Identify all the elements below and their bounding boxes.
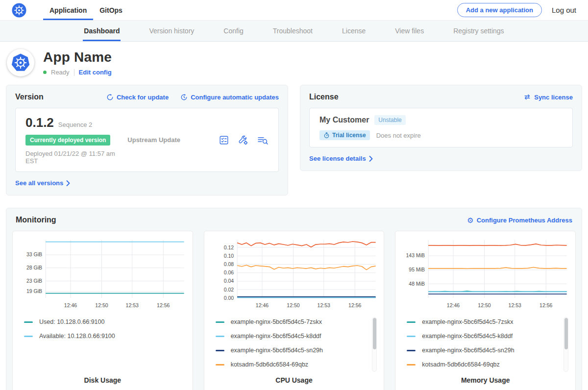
deployed-timestamp: Deployed 01/21/22 @ 11:57 am EST: [25, 150, 127, 165]
scrollbar-thumb[interactable]: [564, 318, 568, 349]
svg-text:12:46: 12:46: [256, 302, 269, 308]
legend-item: example-nginx-5bc6f5d4c5-k8ddf: [407, 333, 556, 340]
tab-version-history[interactable]: Version history: [148, 21, 195, 41]
kubernetes-logo-icon[interactable]: [12, 0, 26, 20]
scrollbar-thumb[interactable]: [373, 318, 376, 349]
disk-usage-legend: Used: 10.128.0.66:9100Available: 10.128.…: [18, 317, 187, 373]
see-license-details-link[interactable]: See license details: [309, 155, 373, 162]
gear-icon: ⚙: [467, 217, 473, 224]
svg-text:0.02: 0.02: [223, 287, 234, 292]
chevron-right-icon: [66, 180, 70, 186]
svg-text:12:50: 12:50: [287, 302, 299, 308]
legend-swatch: [24, 336, 33, 337]
svg-text:0.08: 0.08: [223, 261, 234, 267]
svg-text:12:46: 12:46: [447, 302, 460, 308]
edit-config-link[interactable]: Edit config: [79, 69, 112, 76]
cpu-usage-legend: example-nginx-5bc6f5d4c5-7zskxexample-ng…: [210, 317, 379, 373]
see-all-versions-link[interactable]: See all versions: [15, 179, 70, 187]
legend-swatch: [407, 350, 416, 351]
status-label: Ready: [51, 69, 70, 76]
sync-license-link[interactable]: Sync license: [523, 94, 573, 101]
legend-swatch: [407, 336, 416, 337]
svg-text:0.06: 0.06: [223, 269, 234, 275]
cpu-usage-chart: 12:4612:5012:5312:560.120.100.080.060.04…: [210, 236, 379, 311]
svg-text:0.12: 0.12: [223, 244, 234, 250]
update-schedule-icon: [180, 94, 188, 101]
topnav-items: Application GitOps: [43, 0, 129, 20]
legend-scrollbar[interactable]: [372, 317, 377, 372]
check-for-update-link[interactable]: Check for update: [106, 94, 169, 101]
app-status-row: Ready Edit config: [43, 69, 112, 76]
tab-dashboard[interactable]: Dashboard: [83, 21, 121, 41]
topnav-item-application[interactable]: Application: [43, 0, 93, 20]
svg-text:33 GiB: 33 GiB: [26, 251, 42, 257]
sync-icon: [523, 94, 531, 100]
legend-scrollbar[interactable]: [564, 317, 568, 372]
svg-text:48 MiB: 48 MiB: [409, 281, 425, 287]
stopwatch-icon: [323, 132, 330, 139]
divider: [74, 69, 74, 76]
tab-license[interactable]: License: [341, 21, 367, 41]
legend-item: example-nginx-5bc6f5d4c5-k8ddf: [216, 333, 365, 340]
svg-text:0.10: 0.10: [223, 253, 234, 259]
topnav-gitops-label: GitOps: [99, 6, 122, 14]
see-license-details-label: See license details: [309, 155, 366, 162]
svg-text:12:56: 12:56: [157, 302, 170, 308]
tab-config[interactable]: Config: [222, 21, 244, 41]
channel-badge: Unstable: [374, 115, 405, 125]
legend-swatch: [216, 364, 224, 366]
page-title: App Name: [43, 49, 112, 65]
legend-label: example-nginx-5bc6f5d4c5-k8ddf: [231, 333, 321, 340]
tab-troubleshoot[interactable]: Troubleshoot: [272, 21, 314, 41]
config-wrench-icon[interactable]: [238, 135, 248, 146]
configure-prometheus-label: Configure Prometheus Address: [477, 217, 572, 224]
version-sequence: Sequence 2: [58, 121, 92, 128]
legend-label: example-nginx-5bc6f5d4c5-7zskx: [231, 318, 322, 325]
topnav-right: Add a new application Log out: [457, 0, 576, 20]
license-card-title: License: [309, 93, 339, 101]
configure-automatic-updates-link[interactable]: Configure automatic updates: [180, 94, 279, 101]
legend-item: example-nginx-5bc6f5d4c5-sn29h: [407, 347, 556, 354]
license-type-label: Trial license: [332, 132, 366, 139]
legend-item: Used: 10.128.0.66:9100: [24, 318, 173, 325]
dashboard-main: Version Check for update: [0, 85, 588, 390]
svg-text:12:56: 12:56: [539, 302, 552, 308]
license-panel: My Customer Unstable Trial license Does …: [309, 108, 573, 147]
customer-name: My Customer: [319, 116, 369, 124]
kubernetes-app-icon: [7, 49, 34, 76]
chart-title: Memory Usage: [401, 376, 570, 384]
legend-item: kotsadm-5db6dc6584-69qbz: [216, 361, 365, 368]
svg-text:12:50: 12:50: [478, 302, 491, 308]
tab-view-files[interactable]: View files: [394, 21, 425, 41]
configure-automatic-updates-label: Configure automatic updates: [191, 94, 279, 101]
app-header: App Name Ready Edit config: [0, 42, 588, 85]
svg-text:12:53: 12:53: [317, 302, 330, 308]
legend-item: example-nginx-5bc6f5d4c5-7zskx: [407, 318, 556, 325]
legend-item: example-nginx-5bc6f5d4c5-sn29h: [216, 347, 365, 354]
ready-status-dot: [43, 71, 47, 74]
logout-link[interactable]: Log out: [552, 6, 576, 14]
disk-usage-chart: 12:4612:5012:5312:5633 GiB28 GiB23 GiB19…: [18, 236, 187, 311]
top-nav: Application GitOps Add a new application…: [0, 0, 588, 21]
app-header-text: App Name Ready Edit config: [43, 49, 112, 76]
disk-usage-panel: 12:4612:5012:5312:5633 GiB28 GiB23 GiB19…: [12, 231, 193, 390]
configure-prometheus-link[interactable]: ⚙ Configure Prometheus Address: [467, 217, 572, 224]
svg-text:0.00: 0.00: [223, 295, 234, 301]
add-application-button[interactable]: Add a new application: [457, 3, 542, 17]
svg-text:19 GiB: 19 GiB: [26, 288, 42, 294]
legend-swatch: [407, 321, 416, 323]
svg-text:12:53: 12:53: [509, 302, 521, 308]
legend-label: kotsadm-5db6dc6584-69qbz: [231, 361, 308, 368]
topnav-item-gitops[interactable]: GitOps: [93, 0, 129, 20]
tab-registry-settings[interactable]: Registry settings: [452, 21, 505, 41]
legend-label: kotsadm-5db6dc6584-69qbz: [422, 361, 499, 368]
chart-title: Disk Usage: [18, 376, 187, 384]
legend-label: example-nginx-5bc6f5d4c5-7zskx: [422, 318, 513, 325]
legend-swatch: [216, 321, 224, 323]
check-for-update-label: Check for update: [117, 94, 169, 101]
view-diff-icon[interactable]: [257, 135, 269, 146]
preflight-checks-icon[interactable]: [219, 135, 229, 146]
sync-license-label: Sync license: [534, 94, 573, 101]
currently-deployed-badge: Currently deployed version: [25, 135, 110, 146]
legend-item: Available: 10.128.0.66:9100: [24, 333, 173, 340]
